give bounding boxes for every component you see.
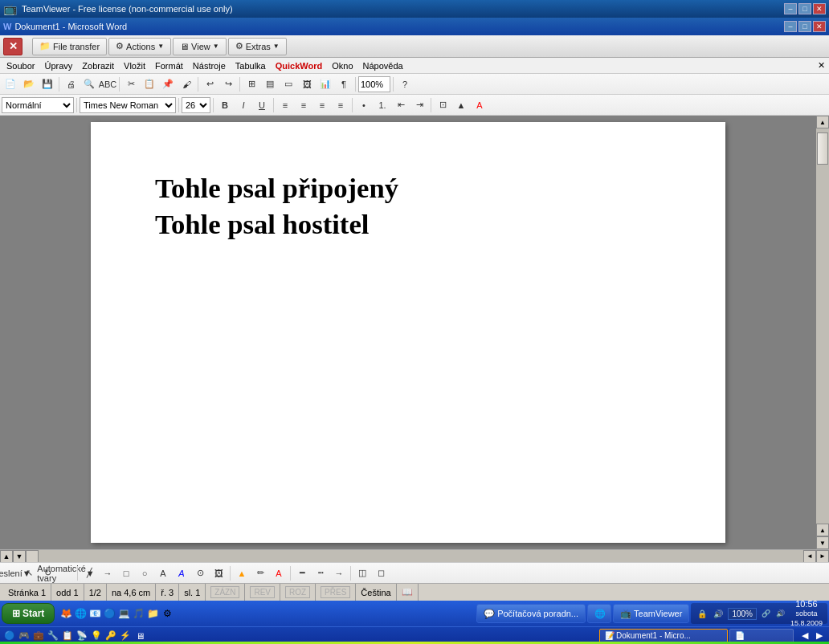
print-btn[interactable]: 🖨: [62, 75, 80, 93]
start-button[interactable]: ⊞ Start: [2, 603, 55, 624]
table-btn[interactable]: ⊞: [243, 75, 260, 93]
highlight-btn[interactable]: ▲: [452, 96, 470, 114]
tb2-right-icon-1[interactable]: ◀: [798, 630, 811, 642]
ql-icon-4[interactable]: 🔵: [103, 607, 116, 620]
ql-icon-7[interactable]: 📁: [146, 607, 159, 620]
textbox-btn[interactable]: A: [154, 565, 172, 582]
tv-session-close-btn[interactable]: ✕: [3, 38, 22, 55]
line-btn[interactable]: ╱: [80, 565, 98, 582]
decrease-indent-btn[interactable]: ⇤: [392, 96, 410, 114]
cut-btn[interactable]: ✂: [122, 75, 140, 93]
dash-style-btn[interactable]: ┅: [312, 565, 329, 582]
tb2-icon-4[interactable]: 🔧: [47, 630, 59, 642]
actions-btn[interactable]: ⚙ Actions ▼: [108, 38, 171, 55]
pointer-btn[interactable]: ↖: [20, 565, 38, 582]
border-btn[interactable]: ⊡: [434, 96, 451, 114]
zoom-input[interactable]: [358, 76, 390, 92]
insert-img-btn[interactable]: 🖼: [298, 75, 316, 93]
menu-quickword[interactable]: QuickWord: [271, 58, 327, 74]
style-select[interactable]: Normální: [2, 97, 74, 113]
shadow-btn[interactable]: ◫: [353, 565, 371, 582]
menu-upravy[interactable]: Úpravy: [39, 58, 77, 74]
extras-btn[interactable]: ⚙ Extras ▼: [228, 38, 287, 55]
drawing-menu-btn[interactable]: Kreslení ▼: [2, 565, 19, 582]
tray-icon-2[interactable]: 🔊: [712, 607, 725, 620]
justify-btn[interactable]: ≡: [332, 96, 349, 114]
file-transfer-btn[interactable]: 📁 File transfer: [32, 38, 107, 55]
insert-frame-btn[interactable]: ▭: [280, 75, 297, 93]
document-area[interactable]: Tohle psal připojený Tohle psal hostitel: [0, 116, 816, 549]
rec-status-btn[interactable]: ZÁZN: [210, 586, 239, 598]
rev-btn[interactable]: REV: [245, 584, 280, 601]
line-color-btn[interactable]: ✏: [251, 565, 269, 582]
rev-status-btn[interactable]: REV: [250, 586, 275, 598]
pres-status-btn[interactable]: PŘES: [321, 586, 350, 598]
tray-network-icon[interactable]: 🔗: [760, 607, 773, 620]
menu-format[interactable]: Formát: [150, 58, 188, 74]
ql-icon-3[interactable]: 📧: [88, 607, 101, 620]
format-painter-btn[interactable]: 🖌: [178, 75, 195, 93]
tv-maximize-btn[interactable]: □: [798, 3, 811, 14]
page-nav-prev-btn[interactable]: ▲: [0, 550, 13, 563]
font-color-btn[interactable]: A: [471, 96, 488, 114]
copy-btn[interactable]: 📋: [141, 75, 158, 93]
chart-btn[interactable]: 📊: [316, 75, 334, 93]
italic-btn[interactable]: I: [235, 96, 252, 114]
show-hide-btn[interactable]: ¶: [335, 75, 353, 93]
pres-btn[interactable]: PŘES: [316, 584, 356, 601]
3d-btn[interactable]: ◻: [372, 565, 390, 582]
tray-icon-1[interactable]: 🔒: [696, 607, 709, 620]
menu-soubor[interactable]: Soubor: [2, 58, 39, 74]
redo-btn[interactable]: ↪: [219, 75, 237, 93]
tv-minimize-btn[interactable]: –: [784, 3, 797, 14]
bold-btn[interactable]: B: [216, 96, 234, 114]
tv-taskbar-btn[interactable]: 📺 TeamViewer: [613, 604, 689, 623]
tray-vol-icon[interactable]: 🔊: [774, 607, 787, 620]
tb2-icon-9[interactable]: ⚡: [119, 630, 132, 642]
word-minimize-btn[interactable]: –: [784, 21, 797, 32]
ql-icon-6[interactable]: 🎵: [132, 607, 145, 620]
align-left-btn[interactable]: ≡: [276, 96, 294, 114]
page-nav-next-btn[interactable]: ▼: [13, 550, 26, 563]
poradna-taskbar-btn[interactable]: 💬 Počítačová poradn...: [476, 604, 586, 623]
size-select[interactable]: 26: [182, 97, 210, 113]
h-scroll-track[interactable]: [39, 550, 803, 563]
ellipse-btn[interactable]: ○: [136, 565, 153, 582]
paste-btn[interactable]: 📌: [159, 75, 177, 93]
scroll-down-btn1[interactable]: ▲: [816, 524, 829, 536]
columns-btn[interactable]: ▤: [261, 75, 279, 93]
scroll-thumb[interactable]: [817, 132, 828, 165]
menu-vlozit[interactable]: Vložit: [119, 58, 150, 74]
tb2-icon-2[interactable]: 🎮: [18, 630, 31, 642]
bullets-btn[interactable]: •: [355, 96, 373, 114]
ql-icon-1[interactable]: 🦊: [59, 607, 72, 620]
ql-icon-2[interactable]: 🌐: [74, 607, 87, 620]
scroll-down-btn2[interactable]: ▼: [816, 536, 829, 549]
diagram-btn[interactable]: ⊙: [191, 565, 209, 582]
new-btn[interactable]: 📄: [2, 75, 19, 93]
font-color2-btn[interactable]: A: [270, 565, 288, 582]
arrow-style-btn[interactable]: →: [330, 565, 348, 582]
blank-taskbar2-btn[interactable]: 📄: [729, 629, 794, 643]
menu-napoveda[interactable]: Nápověda: [358, 58, 408, 74]
line-style-btn[interactable]: ━: [293, 565, 311, 582]
undo-btn[interactable]: ↩: [201, 75, 218, 93]
tb2-icon-6[interactable]: 📡: [76, 630, 88, 642]
menu-okno[interactable]: Okno: [327, 58, 357, 74]
auto-shapes-btn[interactable]: Automatické tvary ▼: [57, 565, 75, 582]
view-btn[interactable]: 🖥 View ▼: [173, 38, 227, 55]
align-center-btn[interactable]: ≡: [295, 96, 312, 114]
word-restore-btn[interactable]: □: [798, 21, 811, 32]
word-close-btn[interactable]: ✕: [813, 21, 826, 32]
print-preview-btn[interactable]: 🔍: [80, 75, 98, 93]
arrow-btn[interactable]: →: [99, 565, 116, 582]
tb2-icon-8[interactable]: 🔑: [104, 630, 117, 642]
scroll-left-btn[interactable]: ◄: [803, 550, 816, 563]
help-btn[interactable]: ?: [396, 75, 414, 93]
menubar-close-btn[interactable]: ✕: [815, 59, 827, 72]
scroll-up-btn[interactable]: ▲: [816, 116, 829, 128]
scroll-track[interactable]: [816, 128, 829, 524]
tb2-icon-10[interactable]: 🖥: [133, 630, 146, 642]
tv-close-btn[interactable]: ✕: [813, 3, 826, 14]
tb2-icon-1[interactable]: 🔵: [3, 630, 16, 642]
